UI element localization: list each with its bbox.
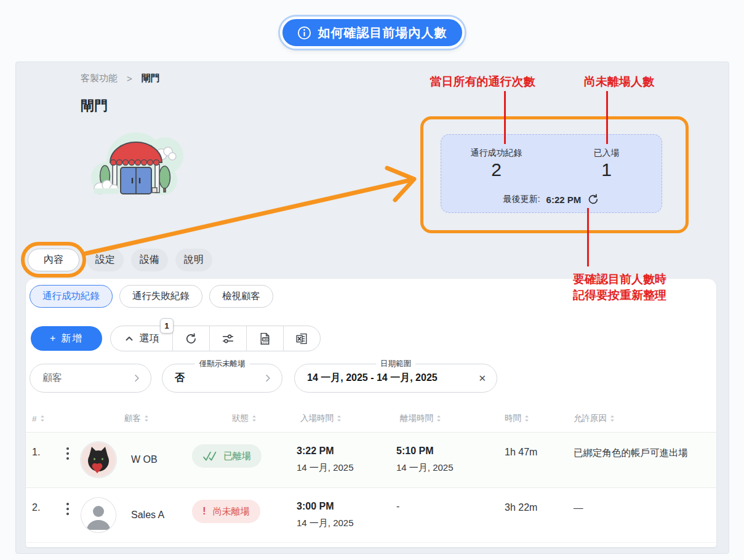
subtab-bar: 通行成功紀錄 通行失敗紀錄 檢視顧客 — [30, 285, 273, 308]
help-banner-button[interactable]: 如何確認目前場內人數 — [280, 17, 465, 49]
table-header-row: # 顧客 狀態 入場時間 離場時間 時間 — [26, 406, 716, 431]
tab-help[interactable]: 說明 — [175, 249, 212, 271]
content-card: 通行成功紀錄 通行失敗紀錄 檢視顧客 + 新增 1 選項 — [26, 279, 716, 547]
stat-pass-success-value: 2 — [441, 159, 551, 180]
stat-entered-value: 1 — [551, 159, 662, 180]
customer-name: W OB — [131, 454, 158, 465]
sort-icon — [610, 415, 615, 422]
date-range-filter-value: 14 一月, 2025 - 14 一月, 2025 — [307, 372, 438, 385]
customer-filter-select[interactable]: 顧客 — [30, 364, 151, 393]
status-badge: ! 尚未離場 — [192, 500, 260, 523]
reason-cell: — — [569, 488, 716, 513]
exclamation-icon: ! — [202, 505, 206, 518]
table-header-index[interactable]: # — [32, 414, 59, 423]
table-header-exit-time[interactable]: 離場時間 — [396, 413, 500, 424]
clear-date-range-icon[interactable]: ✕ — [478, 373, 486, 384]
sort-icon — [40, 415, 45, 422]
breadcrumb-separator-icon: > — [127, 73, 132, 84]
last-update-label: 最後更新: — [503, 194, 540, 205]
row-menu-kebab-icon[interactable] — [59, 433, 81, 460]
breadcrumb: 客製功能 > 閘門 — [81, 73, 160, 84]
annotation-line — [587, 208, 589, 266]
date-range-filter-label: 日期範圍 — [376, 359, 415, 369]
only-not-left-filter-value: 否 — [175, 372, 185, 385]
table-body: 1. W OB — [26, 432, 716, 543]
annotation-not-left: 尚未離場人數 — [584, 74, 654, 90]
filter-sliders-button[interactable] — [209, 326, 246, 351]
tab-devices[interactable]: 設備 — [131, 249, 168, 271]
status-badge: 已離場 — [192, 444, 262, 468]
sort-icon — [524, 415, 529, 422]
only-not-left-filter-label: 僅顯示未離場 — [195, 359, 250, 369]
duration-cell: 1h 47m — [500, 433, 569, 458]
sort-icon — [436, 415, 441, 422]
only-not-left-filter-select[interactable]: 僅顯示未離場 否 — [162, 364, 282, 393]
options-button-label: 選項 — [140, 332, 159, 345]
chevron-up-icon — [124, 334, 134, 343]
row-menu-kebab-icon[interactable] — [59, 488, 81, 515]
tab-content[interactable]: 內容 — [28, 249, 79, 271]
stats-refresh-icon[interactable] — [587, 193, 599, 206]
help-banner-label: 如何確認目前場內人數 — [318, 25, 447, 41]
info-icon — [297, 26, 311, 40]
customer-filter-placeholder: 顧客 — [42, 372, 62, 385]
subtab-view-customers[interactable]: 檢視顧客 — [209, 285, 273, 308]
stat-entered: 已入場 1 — [551, 148, 662, 180]
chevron-right-icon — [131, 372, 143, 384]
double-check-icon — [202, 451, 217, 462]
stat-pass-success-label: 通行成功紀錄 — [441, 148, 551, 159]
table-header-customer[interactable]: 顧客 — [81, 413, 192, 424]
export-csv-button[interactable]: CSV — [246, 326, 283, 351]
toolbar-button-group: 選項 CSV — [110, 326, 321, 351]
avatar — [81, 442, 116, 477]
chevron-right-icon — [262, 372, 274, 384]
date-range-filter[interactable]: 日期範圍 14 一月, 2025 - 14 一月, 2025 ✕ — [294, 364, 497, 393]
tab-bar: 內容 設定 設備 說明 — [28, 249, 212, 271]
export-excel-button[interactable] — [283, 326, 320, 351]
subtab-pass-failure[interactable]: 通行失敗紀錄 — [119, 285, 202, 308]
entry-time-cell: 3:22 PM 14 一月, 2025 — [297, 433, 396, 474]
avatar — [81, 498, 116, 532]
stat-entered-label: 已入場 — [551, 148, 662, 159]
breadcrumb-current: 閘門 — [142, 73, 160, 84]
table-row: 1. W OB — [26, 432, 716, 487]
options-count-badge: 1 — [160, 318, 174, 334]
table-header-duration[interactable]: 時間 — [500, 413, 569, 424]
row-index: 1. — [32, 433, 59, 458]
table-header-reason[interactable]: 允許原因 — [569, 413, 716, 424]
refresh-button[interactable] — [172, 326, 209, 351]
page-title: 閘門 — [81, 97, 108, 115]
table-row: 2. Sales A ! 尚未離場 — [26, 487, 716, 543]
sort-icon — [337, 415, 342, 422]
tab-settings[interactable]: 設定 — [87, 249, 124, 271]
exit-time-cell: 5:10 PM 14 一月, 2025 — [396, 433, 500, 474]
annotation-pass-count: 當日所有的通行次數 — [430, 74, 535, 90]
duration-cell: 3h 22m — [500, 488, 569, 513]
main-panel: 客製功能 > 閘門 閘門 — [15, 62, 729, 554]
customer-name: Sales A — [131, 510, 164, 521]
sort-icon — [144, 415, 149, 422]
add-button[interactable]: + 新增 — [31, 326, 102, 351]
breadcrumb-parent[interactable]: 客製功能 — [81, 73, 118, 84]
exit-time-cell: - — [396, 488, 500, 512]
entry-time-cell: 3:00 PM 14 一月, 2025 — [297, 488, 396, 529]
row-index: 2. — [32, 488, 59, 513]
table-header-entry-time[interactable]: 入場時間 — [297, 413, 396, 424]
svg-text:CSV: CSV — [263, 337, 268, 340]
gate-stats-card: 通行成功紀錄 2 已入場 1 最後更新: 6:22 PM — [441, 134, 662, 213]
last-update-time: 6:22 PM — [546, 194, 582, 205]
table-header-status[interactable]: 狀態 — [192, 413, 297, 424]
subtab-pass-success[interactable]: 通行成功紀錄 — [30, 285, 113, 308]
sort-icon — [252, 415, 257, 422]
gate-illustration — [84, 124, 188, 209]
stat-pass-success: 通行成功紀錄 2 — [441, 148, 551, 180]
reason-cell: 已綁定角色的帳戶可進出場 — [569, 433, 716, 460]
